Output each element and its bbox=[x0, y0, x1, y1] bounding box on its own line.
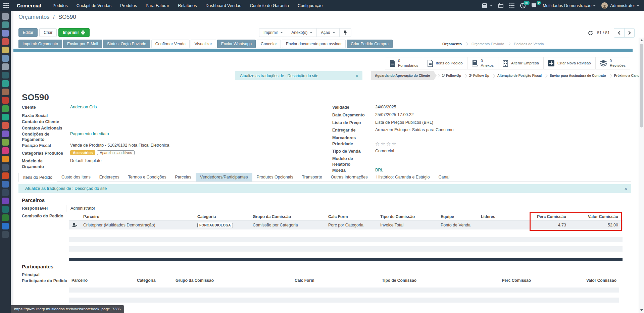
anexos-smart-button[interactable]: 0Anexos bbox=[467, 57, 498, 69]
action-menu-button[interactable]: Ação bbox=[316, 28, 339, 37]
app-icon-3[interactable] bbox=[2, 30, 9, 37]
menu-cockpit-de-vendas[interactable]: Cockpit de Vendas bbox=[77, 3, 111, 8]
edit-button[interactable]: Editar bbox=[18, 28, 38, 37]
app-icon-13[interactable] bbox=[2, 114, 9, 120]
enviar-documento-assinar-button[interactable]: Enviar documento para assinar bbox=[282, 40, 346, 48]
app-icon-8[interactable] bbox=[2, 72, 9, 79]
app-icon-4[interactable] bbox=[2, 38, 9, 45]
scrollbar-thumb[interactable] bbox=[640, 44, 643, 127]
app-icon-22[interactable] bbox=[2, 189, 9, 196]
responsavel-value[interactable]: Administrator bbox=[70, 206, 95, 211]
stage-pedidos-de-venda[interactable]: Pedidos de Venda bbox=[514, 42, 544, 46]
app-icon-18[interactable] bbox=[2, 156, 9, 162]
activities-clock-icon[interactable]: 39 bbox=[520, 3, 526, 8]
vertical-scrollbar[interactable] bbox=[639, 38, 644, 313]
app-icon-2[interactable] bbox=[2, 21, 9, 28]
kanban-stage-assinatura-contrato[interactable]: Enviar para Assinatura de Contrato bbox=[547, 74, 608, 77]
menu-produtos[interactable]: Produtos bbox=[120, 3, 137, 8]
app-icon-25[interactable] bbox=[2, 214, 9, 221]
condicoes-pagamento-value[interactable]: Pagamento Imediato bbox=[66, 131, 109, 136]
company-switcher[interactable]: Multidados Demonstração bbox=[543, 3, 596, 8]
cliente-value[interactable]: Anderson Cris bbox=[66, 104, 97, 109]
view-switcher-icon[interactable] bbox=[482, 3, 493, 8]
table-horizontal-scrollbar[interactable] bbox=[69, 258, 623, 261]
tab-outras-informacoes[interactable]: Outras Informações bbox=[327, 173, 372, 181]
create-button[interactable]: Criar bbox=[39, 28, 57, 37]
tab-parcelas[interactable]: Parcelas bbox=[170, 173, 196, 181]
messages-icon[interactable]: 2 bbox=[531, 3, 537, 8]
app-icon-16[interactable] bbox=[2, 139, 9, 146]
close-icon[interactable]: × bbox=[351, 73, 362, 79]
enviar-whatsapp-button[interactable]: Enviar Whatsapp bbox=[217, 40, 256, 48]
app-icon-12[interactable] bbox=[2, 105, 9, 112]
stage-orcamento[interactable]: Orçamento bbox=[442, 42, 462, 46]
app-icon-20[interactable] bbox=[2, 172, 9, 179]
horizontal-scroll-bar[interactable] bbox=[13, 49, 633, 52]
kanban-stage-alteracao-posicao-fiscal[interactable]: Alteração de Posição Fiscal bbox=[495, 74, 544, 77]
breadcrumb-parent[interactable]: Orçamentos bbox=[18, 14, 50, 20]
criar-pedido-compra-button[interactable]: Criar Pedido Compra bbox=[347, 40, 393, 48]
menu-pedidos[interactable]: Pedidos bbox=[53, 3, 68, 8]
tab-canal[interactable]: Canal bbox=[434, 173, 454, 181]
print-button[interactable]: Imprimir bbox=[58, 28, 90, 37]
tab-historico-garantia-estagio[interactable]: Histórico: Garantia e Estágio bbox=[372, 173, 434, 181]
enviar-por-email-button[interactable]: Enviar por E-Mail bbox=[63, 40, 102, 48]
refresh-icon[interactable] bbox=[588, 31, 593, 36]
criar-nova-revisao-smart-button[interactable]: Criar Nova Revisão bbox=[543, 57, 596, 69]
app-icon-21[interactable] bbox=[2, 181, 9, 188]
pager-next-button[interactable] bbox=[624, 29, 634, 37]
app-icon-1[interactable] bbox=[2, 13, 9, 20]
confirmar-venda-button[interactable]: Confirmar Venda bbox=[151, 40, 190, 48]
apps-grid-icon[interactable] bbox=[3, 3, 9, 9]
imprimir-orcamento-button[interactable]: Imprimir Orçamento bbox=[18, 40, 62, 48]
pager-previous-button[interactable] bbox=[614, 29, 624, 37]
app-icon-17[interactable] bbox=[2, 147, 9, 154]
tab-transporte[interactable]: Transporte bbox=[298, 173, 327, 181]
kanban-stage-2-followup[interactable]: 2º Follow Up bbox=[466, 74, 492, 77]
menu-dashboard-vendas[interactable]: Dashboard Vendas bbox=[205, 3, 241, 8]
parceiros-table-row[interactable]: Cristopher (Multidados Demonstração) FON… bbox=[69, 220, 623, 229]
app-icon-6[interactable] bbox=[2, 55, 9, 62]
tab-itens-do-pedido[interactable]: Itens do Pedido bbox=[18, 173, 57, 182]
app-icon-9[interactable] bbox=[2, 80, 9, 87]
print-menu-button[interactable]: Imprimir bbox=[259, 28, 287, 37]
user-menu[interactable]: Administrator bbox=[601, 2, 639, 9]
scroll-up-icon[interactable] bbox=[640, 39, 643, 41]
tag-aparelhos-auditivos[interactable]: Aparelhos auditivos bbox=[97, 150, 135, 155]
tab-termos-e-condicoes[interactable]: Termos e Condições bbox=[124, 173, 171, 181]
tab-custo-dos-itens[interactable]: Custo dos Itens bbox=[57, 173, 95, 181]
app-icon-19[interactable] bbox=[2, 164, 9, 171]
kanban-stage-aguardando-aprovacao[interactable]: Aguardando Aprovação do Cliente bbox=[371, 71, 437, 80]
app-icon-24[interactable] bbox=[2, 206, 9, 213]
tag-acessorios[interactable]: Acessórios bbox=[70, 150, 95, 155]
app-icon-15[interactable] bbox=[2, 131, 9, 137]
app-name[interactable]: Comercial bbox=[17, 3, 41, 8]
visualizar-button[interactable]: Visualizar bbox=[191, 40, 216, 48]
status-orcto-enviado-button[interactable]: Status: Orçto Enviado bbox=[103, 40, 150, 48]
app-icon-14[interactable] bbox=[2, 122, 9, 129]
priority-stars[interactable]: ☆☆☆☆ bbox=[371, 141, 397, 147]
moeda-value[interactable]: BRL bbox=[371, 167, 383, 172]
menu-relatorios[interactable]: Relatórios bbox=[178, 3, 197, 8]
stage-orcamento-enviado[interactable]: Orçamento Enviado bbox=[472, 42, 504, 46]
formularios-smart-button[interactable]: 0Formulários bbox=[385, 57, 423, 69]
app-icon-5[interactable] bbox=[2, 47, 9, 53]
app-icon-27[interactable] bbox=[2, 231, 9, 238]
revisoes-smart-button[interactable]: 0Revisões bbox=[595, 57, 630, 69]
calendar-icon[interactable] bbox=[498, 3, 503, 8]
tab-vendedores-participantes[interactable]: Vendedores/Participantes bbox=[196, 173, 252, 181]
menu-controle-de-garantia[interactable]: Controle de Garantia bbox=[250, 3, 289, 8]
app-icon-7[interactable] bbox=[2, 63, 9, 70]
pin-button[interactable] bbox=[339, 28, 351, 37]
app-icon-23[interactable] bbox=[2, 198, 9, 204]
tab-enderecos[interactable]: Endereços bbox=[95, 173, 124, 181]
list-icon[interactable] bbox=[509, 3, 514, 8]
cancelar-button[interactable]: Cancelar bbox=[257, 40, 281, 48]
app-icon-26[interactable] bbox=[2, 223, 9, 229]
menu-para-faturar[interactable]: Para Faturar bbox=[146, 3, 169, 8]
close-icon[interactable]: × bbox=[620, 186, 631, 192]
tab-produtos-opcionais[interactable]: Produtos Opcionais bbox=[252, 173, 298, 181]
itens-do-pedido-smart-button[interactable]: Itens do Pedido bbox=[423, 57, 467, 69]
alterar-empresa-smart-button[interactable]: Alterar Empresa bbox=[498, 57, 544, 69]
app-icon-10[interactable] bbox=[2, 89, 9, 95]
